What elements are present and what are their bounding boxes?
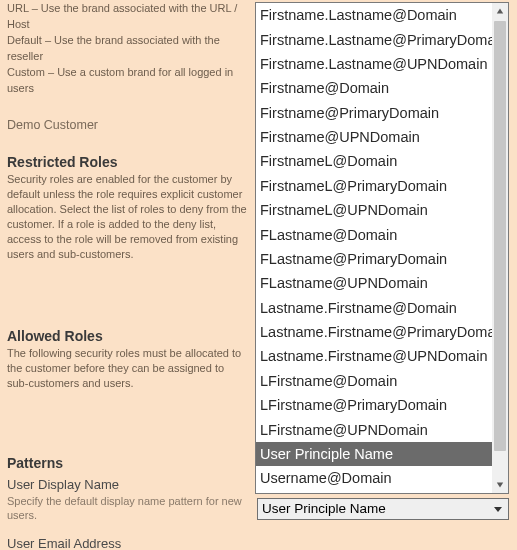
brand-desc-line-1: URL – Use the brand associated with the … <box>7 0 247 32</box>
demo-customer-link[interactable]: Demo Customer <box>7 118 247 132</box>
dropdown-item[interactable]: Lastname.Firstname@UPNDomain <box>256 344 492 368</box>
allowed-roles-body: The following security roles must be all… <box>7 346 247 391</box>
allowed-roles-title: Allowed Roles <box>7 328 247 344</box>
dropdown-item[interactable]: Lastname.Firstname@PrimaryDomain <box>256 320 492 344</box>
dropdown-item[interactable]: Lastname.Firstname@Domain <box>256 296 492 320</box>
dropdown-item[interactable]: Firstname.Lastname@Domain <box>256 3 492 27</box>
left-column: URL – Use the brand associated with the … <box>7 0 247 550</box>
email-pattern-select-value: User Principle Name <box>262 501 386 516</box>
patterns-title: Patterns <box>7 455 247 471</box>
dropdown-item[interactable]: FirstnameL@Domain <box>256 149 492 173</box>
email-pattern-dropdown-popup[interactable]: Firstname.Lastname@DomainFirstname.Lastn… <box>255 2 509 494</box>
dropdown-item[interactable]: FLastname@Domain <box>256 222 492 246</box>
restricted-roles-body: Security roles are enabled for the custo… <box>7 172 247 262</box>
dropdown-item[interactable]: LFirstname@Domain <box>256 369 492 393</box>
dropdown-item[interactable]: FirstnameL@UPNDomain <box>256 198 492 222</box>
dropdown-item[interactable]: User Principle Name <box>256 442 492 466</box>
dropdown-item[interactable]: LFirstname@UPNDomain <box>256 417 492 441</box>
dropdown-scrollbar[interactable] <box>492 3 508 493</box>
dropdown-item[interactable]: Firstname@PrimaryDomain <box>256 101 492 125</box>
brand-desc-line-3: Custom – Use a custom brand for all logg… <box>7 64 247 96</box>
user-email-title: User Email Address <box>7 536 247 550</box>
restricted-roles-title: Restricted Roles <box>7 154 247 170</box>
brand-desc-line-2: Default – Use the brand associated with … <box>7 32 247 64</box>
user-display-name-desc: Specify the default display name pattern… <box>7 494 247 522</box>
dropdown-item[interactable]: FirstnameL@PrimaryDomain <box>256 174 492 198</box>
scroll-down-arrow-icon[interactable] <box>492 477 508 493</box>
scroll-up-arrow-icon[interactable] <box>492 3 508 19</box>
dropdown-list[interactable]: Firstname.Lastname@DomainFirstname.Lastn… <box>256 3 492 493</box>
dropdown-item[interactable]: FLastname@PrimaryDomain <box>256 247 492 271</box>
email-pattern-select[interactable]: User Principle Name <box>257 498 509 520</box>
dropdown-item[interactable]: Firstname@Domain <box>256 76 492 100</box>
dropdown-item[interactable]: Firstname.Lastname@PrimaryDomain <box>256 27 492 51</box>
dropdown-item[interactable]: FLastname@UPNDomain <box>256 271 492 295</box>
user-display-name-title: User Display Name <box>7 477 247 492</box>
dropdown-item[interactable]: Username@Domain <box>256 466 492 490</box>
dropdown-item[interactable]: LFirstname@PrimaryDomain <box>256 393 492 417</box>
page-root: URL – Use the brand associated with the … <box>0 0 517 550</box>
scroll-thumb[interactable] <box>494 21 506 451</box>
dropdown-item[interactable]: Firstname.Lastname@UPNDomain <box>256 52 492 76</box>
dropdown-item[interactable]: Firstname@UPNDomain <box>256 125 492 149</box>
chevron-down-icon <box>490 501 506 517</box>
